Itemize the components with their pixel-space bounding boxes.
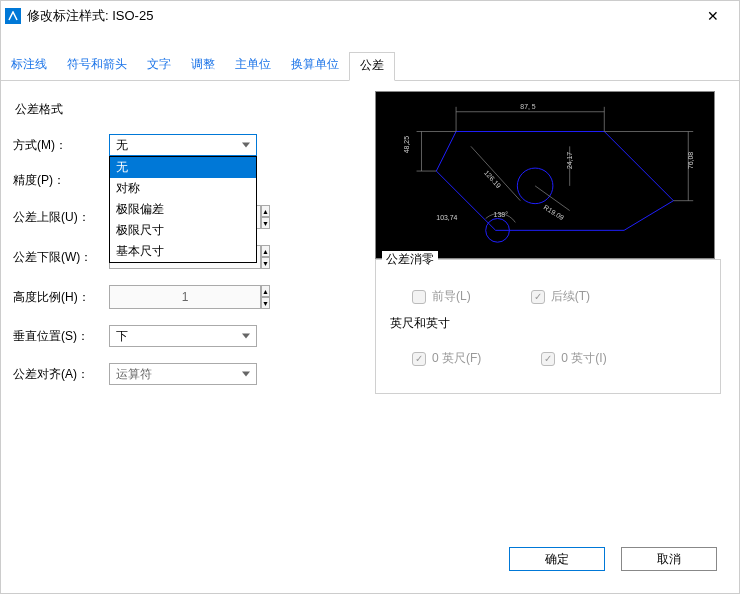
dim-mid1: 24,17 bbox=[566, 152, 573, 169]
tab-bar: 标注线 符号和箭头 文字 调整 主单位 换算单位 公差 bbox=[1, 51, 739, 81]
lower-label: 公差下限(W)： bbox=[13, 249, 109, 266]
window-title: 修改标注样式: ISO-25 bbox=[27, 7, 153, 25]
method-option-deviation[interactable]: 极限偏差 bbox=[110, 199, 256, 220]
inches-checkbox: 0 英寸(I) bbox=[541, 350, 606, 367]
lower-up[interactable]: ▲ bbox=[261, 245, 270, 257]
svg-point-0 bbox=[517, 168, 553, 204]
method-option-none[interactable]: 无 bbox=[110, 157, 256, 178]
checkbox-icon bbox=[541, 352, 555, 366]
method-option-basic[interactable]: 基本尺寸 bbox=[110, 241, 256, 262]
titlebar: 修改标注样式: ISO-25 ✕ bbox=[1, 1, 739, 31]
checkbox-icon bbox=[531, 290, 545, 304]
tab-fit[interactable]: 调整 bbox=[181, 52, 225, 81]
method-select[interactable]: 无 bbox=[109, 134, 257, 156]
precision-label: 精度(P)： bbox=[13, 172, 109, 189]
tab-tolerance[interactable]: 公差 bbox=[349, 52, 395, 81]
tab-text[interactable]: 文字 bbox=[137, 52, 181, 81]
ok-button[interactable]: 确定 bbox=[509, 547, 605, 571]
checkbox-icon bbox=[412, 290, 426, 304]
cancel-button[interactable]: 取消 bbox=[621, 547, 717, 571]
lower-down[interactable]: ▼ bbox=[261, 257, 270, 269]
method-label: 方式(M)： bbox=[13, 137, 109, 154]
zero-suppress-group: 公差消零 前导(L) 后续(T) 英尺和英寸 0 英尺(F) 0 英寸(I) bbox=[375, 259, 721, 394]
method-dropdown: 无 对称 极限偏差 极限尺寸 基本尺寸 bbox=[109, 156, 257, 263]
leading-checkbox: 前导(L) bbox=[412, 288, 471, 305]
vpos-value: 下 bbox=[116, 329, 128, 343]
vpos-label: 垂直位置(S)： bbox=[13, 328, 109, 345]
inches-label: 0 英寸(I) bbox=[561, 350, 606, 367]
dim-angle: 138° bbox=[494, 211, 509, 218]
tab-symbols[interactable]: 符号和箭头 bbox=[57, 52, 137, 81]
upper-up[interactable]: ▲ bbox=[261, 205, 270, 217]
method-option-symmetric[interactable]: 对称 bbox=[110, 178, 256, 199]
dim-left: 48,25 bbox=[403, 136, 410, 153]
height-label: 高度比例(H)： bbox=[13, 289, 109, 306]
app-icon bbox=[5, 8, 21, 24]
feet-checkbox: 0 英尺(F) bbox=[412, 350, 481, 367]
tolerance-format-group: 公差格式 方式(M)： 无 无 对称 极限偏差 极限尺寸 基本尺寸 bbox=[13, 91, 353, 417]
tolerance-format-legend: 公差格式 bbox=[15, 102, 63, 116]
height-spinner[interactable]: ▲▼ bbox=[109, 285, 257, 309]
method-option-limits[interactable]: 极限尺寸 bbox=[110, 220, 256, 241]
tab-primary[interactable]: 主单位 bbox=[225, 52, 281, 81]
upper-down[interactable]: ▼ bbox=[261, 217, 270, 229]
method-select-value: 无 bbox=[116, 138, 128, 152]
svg-line-13 bbox=[471, 146, 520, 200]
align-label: 公差对齐(A)： bbox=[13, 366, 109, 383]
dialog-window: 修改标注样式: ISO-25 ✕ 标注线 符号和箭头 文字 调整 主单位 换算单… bbox=[0, 0, 740, 594]
leading-label: 前导(L) bbox=[432, 288, 471, 305]
upper-label: 公差上限(U)： bbox=[13, 209, 109, 226]
feet-label: 0 英尺(F) bbox=[432, 350, 481, 367]
inch-legend: 英尺和英寸 bbox=[390, 315, 708, 332]
dim-diag: 126.19 bbox=[483, 169, 502, 189]
dim-top: 87, 5 bbox=[520, 103, 536, 110]
align-value: 运算符 bbox=[116, 367, 152, 381]
dialog-footer: 确定 取消 bbox=[1, 529, 739, 593]
close-button[interactable]: ✕ bbox=[693, 2, 733, 30]
trailing-checkbox: 后续(T) bbox=[531, 288, 590, 305]
preview-pane: 87, 5 48,25 24,17 76,08 126.19 R19.09 13… bbox=[375, 91, 715, 259]
checkbox-icon bbox=[412, 352, 426, 366]
dim-radius: R19.09 bbox=[542, 204, 565, 222]
vpos-select[interactable]: 下 bbox=[109, 325, 257, 347]
dim-right: 76,08 bbox=[687, 152, 694, 169]
height-input[interactable] bbox=[109, 285, 261, 309]
height-down[interactable]: ▼ bbox=[261, 297, 270, 309]
dim-bottom: 103,74 bbox=[436, 214, 457, 221]
zero-suppress-legend: 公差消零 bbox=[382, 251, 438, 268]
height-up[interactable]: ▲ bbox=[261, 285, 270, 297]
align-select[interactable]: 运算符 bbox=[109, 363, 257, 385]
tab-alternate[interactable]: 换算单位 bbox=[281, 52, 349, 81]
tab-lines[interactable]: 标注线 bbox=[1, 52, 57, 81]
trailing-label: 后续(T) bbox=[551, 288, 590, 305]
